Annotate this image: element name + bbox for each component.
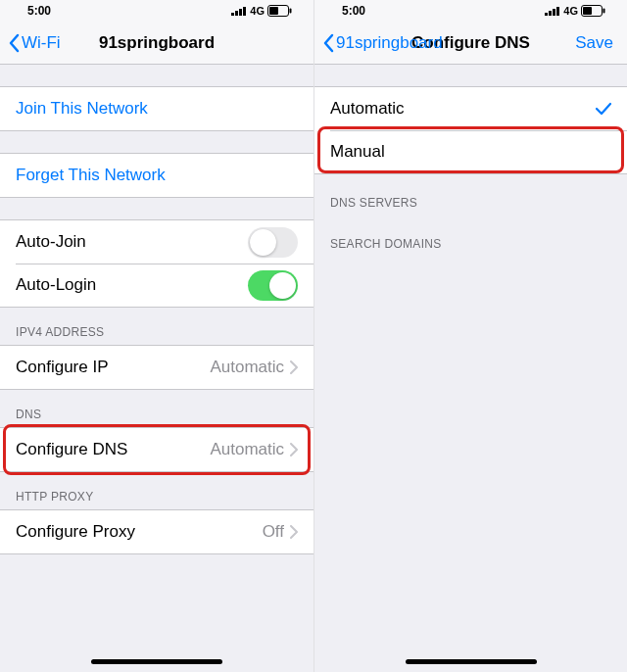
svg-rect-3 <box>243 7 246 16</box>
section-proxy: HTTP PROXY <box>0 472 314 509</box>
configure-dns-label: Configure DNS <box>16 440 210 459</box>
svg-rect-6 <box>290 9 292 14</box>
svg-rect-5 <box>269 7 278 15</box>
phone-right: 5:00 4G 91springboard Configure DNS Save… <box>314 0 627 672</box>
auto-login-row: Auto-Login <box>0 264 314 307</box>
auto-login-toggle[interactable] <box>248 270 298 301</box>
section-dns: DNS <box>0 390 314 427</box>
status-carrier: 4G <box>250 5 265 17</box>
phone-left: 5:00 4G Wi-Fi 91springboard Join This Ne… <box>0 0 314 672</box>
back-button[interactable]: Wi-Fi <box>8 33 61 53</box>
section-search-domains: SEARCH DOMAINS <box>314 216 627 257</box>
configure-dns-row[interactable]: Configure DNS Automatic <box>0 428 314 471</box>
svg-rect-2 <box>239 9 242 16</box>
chevron-right-icon <box>290 525 298 539</box>
nav-bar: 91springboard Configure DNS Save <box>314 22 627 65</box>
battery-icon <box>267 5 292 17</box>
signal-icon <box>545 6 560 16</box>
option-manual-row[interactable]: Manual <box>314 130 627 173</box>
battery-icon <box>581 5 605 17</box>
svg-rect-1 <box>235 11 238 16</box>
status-time: 5:00 <box>27 4 51 18</box>
nav-bar: Wi-Fi 91springboard <box>0 22 314 65</box>
back-label: Wi-Fi <box>22 33 61 53</box>
ipv4-group: Configure IP Automatic <box>0 345 314 390</box>
option-manual-label: Manual <box>330 142 611 162</box>
join-network-button[interactable]: Join This Network <box>0 87 314 130</box>
proxy-group: Configure Proxy Off <box>0 509 314 554</box>
auto-join-row: Auto-Join <box>0 220 314 264</box>
auto-group: Auto-Join Auto-Login <box>0 219 314 308</box>
configure-ip-label: Configure IP <box>16 358 210 377</box>
forget-group: Forget This Network <box>0 153 314 198</box>
dns-group: Configure DNS Automatic <box>0 427 314 472</box>
checkmark-icon <box>596 102 611 116</box>
section-dns-servers: DNS SERVERS <box>314 174 627 216</box>
svg-rect-12 <box>583 7 592 15</box>
configure-proxy-row[interactable]: Configure Proxy Off <box>0 510 314 553</box>
chevron-left-icon <box>8 33 20 53</box>
auto-join-toggle[interactable] <box>248 227 298 258</box>
status-time: 5:00 <box>342 4 365 18</box>
dns-mode-group: Automatic Manual <box>314 86 627 174</box>
join-group: Join This Network <box>0 86 314 131</box>
home-indicator <box>406 659 537 664</box>
status-carrier: 4G <box>563 5 578 17</box>
chevron-right-icon <box>290 360 298 374</box>
svg-rect-0 <box>231 13 234 16</box>
back-button[interactable]: 91springboard <box>322 33 443 53</box>
svg-rect-13 <box>603 9 605 14</box>
configure-proxy-value: Off <box>263 522 284 542</box>
home-indicator <box>91 659 222 664</box>
auto-join-label: Auto-Join <box>16 232 248 252</box>
chevron-right-icon <box>290 443 298 456</box>
forget-network-button[interactable]: Forget This Network <box>0 154 314 197</box>
status-right: 4G <box>231 5 292 17</box>
option-automatic-row[interactable]: Automatic <box>314 87 627 130</box>
option-automatic-label: Automatic <box>330 99 596 119</box>
back-label: 91springboard <box>336 33 443 53</box>
auto-login-label: Auto-Login <box>16 275 248 295</box>
configure-ip-value: Automatic <box>210 358 284 377</box>
configure-dns-value: Automatic <box>210 440 284 459</box>
svg-rect-9 <box>553 9 555 16</box>
status-bar: 5:00 4G <box>0 0 314 22</box>
svg-rect-8 <box>549 11 552 16</box>
svg-rect-7 <box>545 13 548 16</box>
status-bar: 5:00 4G <box>314 0 627 22</box>
signal-icon <box>231 6 247 16</box>
configure-proxy-label: Configure Proxy <box>16 522 263 542</box>
chevron-left-icon <box>322 33 334 53</box>
save-button[interactable]: Save <box>575 33 619 53</box>
section-ipv4: IPV4 ADDRESS <box>0 308 314 345</box>
configure-ip-row[interactable]: Configure IP Automatic <box>0 346 314 389</box>
svg-rect-10 <box>556 7 559 16</box>
status-right: 4G <box>545 5 605 17</box>
